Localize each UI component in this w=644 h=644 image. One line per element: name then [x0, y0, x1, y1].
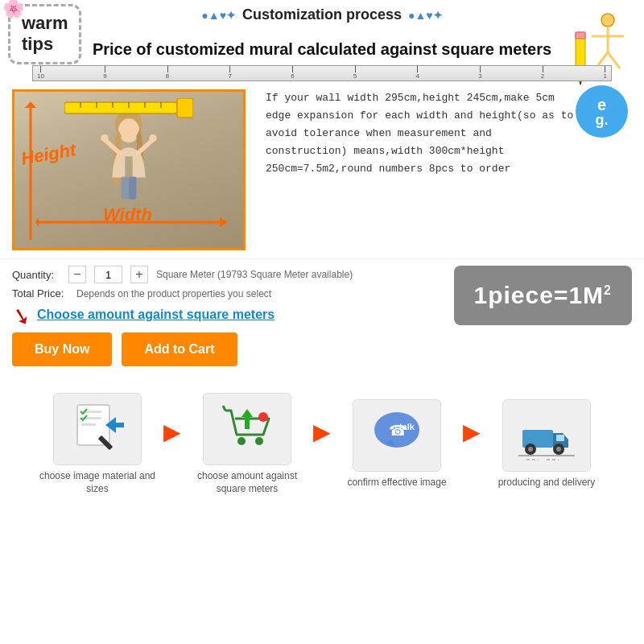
- step-icon-box-2: [203, 393, 291, 465]
- svg-point-18: [118, 118, 139, 142]
- ruler-mark: 7: [228, 66, 231, 80]
- header-title-text: Customization process: [242, 6, 402, 23]
- svg-point-22: [149, 134, 156, 142]
- tape-measure-icon: [64, 98, 193, 118]
- piece-badge: 1piece=1M2: [454, 266, 633, 325]
- add-to-cart-button[interactable]: Add to Cart: [122, 332, 237, 366]
- ruler-mark: 5: [353, 66, 357, 80]
- svg-point-0: [601, 14, 614, 27]
- step-3-label: confirm effective image: [347, 477, 446, 489]
- svg-marker-26: [25, 101, 36, 108]
- piece-badge-text: 1piece=1M: [474, 282, 605, 308]
- main-title: Price of customized mural calculated aga…: [0, 34, 644, 65]
- total-price-row: Total Price: Depends on the product prop…: [12, 287, 438, 299]
- svg-point-39: [255, 437, 263, 445]
- delivery-truck-icon: [518, 407, 575, 464]
- ruler-mark: 3: [478, 66, 481, 80]
- red-arrow-icon: ➘: [9, 301, 34, 332]
- wall-image-box: Height Width: [12, 89, 246, 250]
- choose-image-icon: [69, 401, 126, 457]
- svg-rect-10: [177, 98, 193, 118]
- buy-now-button[interactable]: Buy Now: [12, 332, 112, 366]
- ruler-mark: 6: [291, 66, 294, 80]
- quantity-increase-button[interactable]: +: [130, 266, 148, 283]
- svg-rect-7: [576, 32, 585, 39]
- svg-point-41: [258, 412, 268, 422]
- svg-rect-24: [129, 176, 136, 199]
- content-area: Height Width e g. If your wall width 295…: [0, 81, 644, 258]
- deco-stars-left: ●▲♥✦: [201, 9, 236, 22]
- svg-point-51: [556, 447, 561, 452]
- ruler-mark: 10: [37, 66, 44, 80]
- step-icon-box-4: [502, 399, 591, 472]
- deco-stars-right: ●▲♥✦: [408, 9, 443, 22]
- step-arrow-3: ▶: [461, 419, 482, 445]
- quantity-label: Quantity:: [12, 269, 60, 281]
- step-icon-box-1: [53, 393, 142, 465]
- quantity-decrease-button[interactable]: −: [68, 266, 86, 283]
- ruler: 10 9 8 7 6 5 4 3 2 1: [32, 65, 612, 81]
- ruler-mark: 2: [541, 66, 544, 80]
- step-arrow-1: ▶: [162, 419, 183, 445]
- image-section: Height Width: [12, 89, 254, 250]
- quantity-unit-info: Square Meter (19793 Square Meter availab…: [156, 269, 353, 280]
- flower-decoration: 🌸: [2, 0, 24, 19]
- warm-tips-text: warm tips: [22, 13, 68, 56]
- process-step-1: choose image material and sizes: [37, 393, 158, 495]
- example-text: If your wall width 295cm,height 245cm,ma…: [266, 89, 576, 178]
- text-section: e g. If your wall width 295cm,height 245…: [266, 89, 632, 250]
- svg-marker-29: [35, 217, 39, 227]
- svg-rect-47: [556, 435, 564, 441]
- process-step-3: ☎ talk confirm effective image: [336, 399, 457, 489]
- svg-text:talk: talk: [399, 422, 415, 431]
- svg-point-21: [101, 134, 108, 142]
- choose-amount-text: Choose amount against square meters: [37, 308, 275, 322]
- eg-top: e: [597, 97, 606, 113]
- ruler-mark: 8: [166, 66, 169, 80]
- eg-bottom: g.: [596, 113, 609, 127]
- shopping-cart-icon: [219, 401, 275, 457]
- process-section: choose image material and sizes ▶ choose…: [0, 381, 644, 507]
- step-icon-box-3: ☎ talk: [353, 399, 441, 472]
- svg-line-37: [223, 406, 225, 411]
- svg-rect-23: [122, 176, 129, 199]
- eg-badge: e g.: [576, 85, 628, 138]
- header-title: ●▲♥✦ Customization process ●▲♥✦: [201, 6, 442, 23]
- quantity-input[interactable]: [94, 266, 122, 283]
- process-step-2: choose amount against square meters: [187, 393, 308, 495]
- step-2-label: choose amount against square meters: [187, 470, 308, 495]
- buttons-row: Buy Now Add to Cart: [12, 332, 438, 366]
- svg-rect-9: [64, 102, 177, 114]
- ruler-mark: 1: [604, 66, 607, 80]
- svg-marker-30: [220, 217, 228, 227]
- svg-rect-34: [81, 423, 96, 426]
- total-price-value: Depends on the product properties you se…: [76, 288, 271, 299]
- step-4-label: producing and delivery: [498, 477, 596, 489]
- svg-point-49: [528, 447, 533, 452]
- talk-bubble-icon: ☎ talk: [369, 407, 425, 464]
- svg-point-38: [237, 437, 246, 445]
- ruler-mark: 4: [415, 66, 419, 80]
- width-label: Width: [103, 204, 152, 225]
- warm-tips-box: 🌸 warm tips: [8, 4, 81, 64]
- process-step-4: producing and delivery: [486, 399, 607, 489]
- quantity-row: Quantity: − + Square Meter (19793 Square…: [12, 266, 438, 283]
- ruler-marks: 10 9 8 7 6 5 4 3 2 1: [33, 66, 611, 80]
- ruler-mark: 9: [103, 66, 106, 80]
- total-price-label: Total Price:: [12, 287, 68, 299]
- order-section: Quantity: − + Square Meter (19793 Square…: [0, 258, 644, 373]
- step-arrow-2: ▶: [312, 419, 332, 445]
- top-header: 🌸 warm tips ●▲♥✦ Customization process ●…: [0, 0, 644, 30]
- step-1-label: choose image material and sizes: [37, 470, 158, 495]
